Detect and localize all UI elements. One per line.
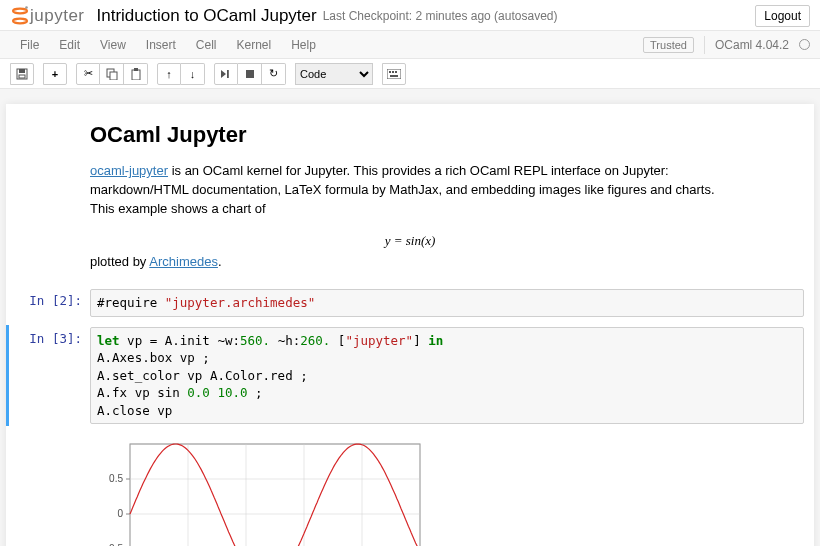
- svg-text:0: 0: [117, 508, 123, 519]
- markdown-cell[interactable]: OCaml Jupyter ocaml-jupyter is an OCaml …: [6, 122, 814, 287]
- svg-rect-13: [389, 71, 391, 73]
- restart-button[interactable]: ↻: [262, 63, 286, 85]
- floppy-icon: [16, 68, 28, 80]
- toolbar: + ✂ ↑ ↓ ↻ Code: [0, 59, 820, 89]
- svg-point-2: [25, 6, 28, 9]
- archimedes-link[interactable]: Archimedes: [149, 254, 218, 269]
- svg-rect-8: [132, 70, 140, 80]
- svg-rect-17: [130, 444, 420, 546]
- menu-kernel[interactable]: Kernel: [227, 33, 282, 57]
- svg-point-1: [13, 19, 27, 24]
- svg-rect-4: [19, 69, 25, 73]
- ocaml-jupyter-link[interactable]: ocaml-jupyter: [90, 163, 168, 178]
- kernel-name[interactable]: OCaml 4.04.2: [715, 38, 789, 52]
- save-button[interactable]: [10, 63, 34, 85]
- kernel-status-icon: [799, 39, 810, 50]
- restart-icon: ↻: [269, 67, 278, 80]
- menu-bar: File Edit View Insert Cell Kernel Help T…: [0, 31, 820, 59]
- jupyter-icon: [10, 5, 30, 27]
- trusted-badge[interactable]: Trusted: [643, 37, 694, 53]
- move-down-button[interactable]: ↓: [181, 63, 205, 85]
- code-cell-3[interactable]: In [3]: let vp = A.init ~w:560. ~h:260. …: [6, 325, 814, 427]
- svg-rect-11: [246, 70, 254, 78]
- code-cell-2[interactable]: In [2]: #require "jupyter.archimedes": [6, 287, 814, 319]
- notebook: OCaml Jupyter ocaml-jupyter is an OCaml …: [6, 104, 814, 546]
- in-prompt: In [3]:: [6, 327, 90, 425]
- svg-rect-5: [19, 75, 25, 78]
- plus-icon: +: [52, 68, 58, 80]
- stop-button[interactable]: [238, 63, 262, 85]
- cut-button[interactable]: ✂: [76, 63, 100, 85]
- scissors-icon: ✂: [84, 67, 93, 80]
- command-palette-button[interactable]: [382, 63, 406, 85]
- move-up-button[interactable]: ↑: [157, 63, 181, 85]
- menu-help[interactable]: Help: [281, 33, 326, 57]
- stop-icon: [245, 69, 255, 79]
- svg-rect-12: [387, 69, 401, 79]
- clipboard-icon: [130, 68, 142, 80]
- logout-button[interactable]: Logout: [755, 5, 810, 27]
- run-icon: [220, 69, 232, 79]
- svg-rect-16: [390, 75, 398, 77]
- math-formula: y = sin(x): [90, 225, 730, 253]
- heading-h1: OCaml Jupyter: [90, 122, 730, 148]
- chart-output: 0246810-0.500.5: [6, 426, 814, 546]
- notebook-title[interactable]: Intriduction to OCaml Jupyter: [97, 6, 317, 26]
- code-input[interactable]: let vp = A.init ~w:560. ~h:260. ["jupyte…: [90, 327, 804, 425]
- svg-point-0: [13, 9, 27, 14]
- code-input[interactable]: #require "jupyter.archimedes": [90, 289, 804, 317]
- svg-text:0.5: 0.5: [109, 473, 123, 484]
- menu-insert[interactable]: Insert: [136, 33, 186, 57]
- menu-file[interactable]: File: [10, 33, 49, 57]
- keyboard-icon: [387, 69, 401, 79]
- copy-icon: [106, 68, 118, 80]
- checkpoint-text: Last Checkpoint: 2 minutes ago (autosave…: [323, 9, 558, 23]
- copy-button[interactable]: [100, 63, 124, 85]
- sin-chart: 0246810-0.500.5: [90, 434, 430, 546]
- notebook-container: OCaml Jupyter ocaml-jupyter is an OCaml …: [0, 89, 820, 546]
- header-bar: jupyter Intriduction to OCaml Jupyter La…: [0, 0, 820, 31]
- svg-rect-15: [395, 71, 397, 73]
- logo-text: jupyter: [30, 6, 85, 26]
- svg-rect-9: [134, 68, 138, 71]
- menu-cell[interactable]: Cell: [186, 33, 227, 57]
- arrow-up-icon: ↑: [166, 68, 172, 80]
- cell-type-select[interactable]: Code: [295, 63, 373, 85]
- menu-view[interactable]: View: [90, 33, 136, 57]
- svg-rect-10: [227, 70, 229, 78]
- paste-button[interactable]: [124, 63, 148, 85]
- svg-rect-7: [110, 72, 117, 80]
- svg-rect-14: [392, 71, 394, 73]
- markdown-paragraph-2: plotted by Archimedes.: [90, 253, 730, 272]
- run-button[interactable]: [214, 63, 238, 85]
- in-prompt: In [2]:: [6, 289, 90, 317]
- add-cell-button[interactable]: +: [43, 63, 67, 85]
- jupyter-logo[interactable]: jupyter: [10, 5, 85, 27]
- markdown-paragraph-1: ocaml-jupyter is an OCaml kernel for Jup…: [90, 162, 730, 219]
- arrow-down-icon: ↓: [190, 68, 196, 80]
- menu-edit[interactable]: Edit: [49, 33, 90, 57]
